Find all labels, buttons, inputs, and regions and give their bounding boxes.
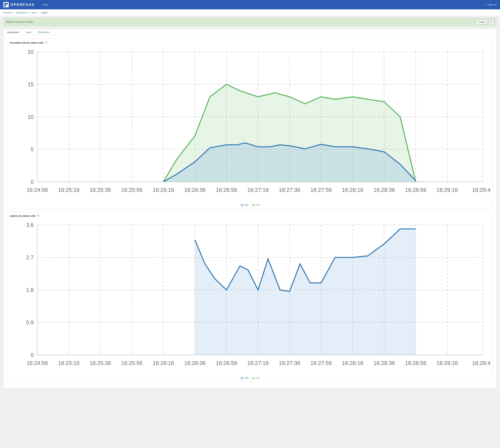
svg-text:16:24:56: 16:24:56 (27, 360, 48, 366)
svg-text:16:25:16: 16:25:16 (58, 187, 79, 193)
svg-text:16:29:46: 16:29:46 (472, 360, 490, 366)
svg-text:16:24:56: 16:24:56 (27, 187, 48, 193)
svg-text:16:26:16: 16:26:16 (153, 360, 174, 366)
svg-text:16:26:36: 16:26:36 (184, 360, 206, 366)
chart2-legend-200-label: 200 (245, 377, 248, 379)
chart2-legend-429: 429 (252, 377, 260, 379)
chart2-title: Latency by status code ? (10, 215, 490, 217)
svg-text:16:25:56: 16:25:56 (121, 187, 142, 193)
legend-200-dot (240, 205, 244, 205)
svg-text:16:27:56: 16:27:56 (310, 187, 332, 193)
interval-value: 5 min (478, 21, 484, 23)
svg-text:16:28:16: 16:28:16 (342, 187, 363, 193)
nav-home[interactable]: Home (40, 3, 51, 6)
breadcrumb-sep2: / (29, 11, 30, 14)
breadcrumb-functions[interactable]: functions (3, 11, 12, 14)
svg-text:16:28:36: 16:28:36 (373, 187, 395, 193)
svg-text:16:26:56: 16:26:56 (216, 187, 237, 193)
metrics-header-label: Metrics from your function (6, 20, 33, 23)
svg-text:16:27:36: 16:27:36 (279, 187, 300, 193)
interval-select[interactable]: 5 min ▾ (477, 20, 487, 24)
chart2-legend: 200 429 (10, 377, 490, 379)
svg-text:16:28:56: 16:28:56 (405, 360, 426, 366)
svg-text:16:27:16: 16:27:16 (247, 360, 269, 366)
breadcrumb-namespace[interactable]: openfaas-fn (16, 11, 27, 14)
tab-invocations[interactable]: Invocations (3, 29, 22, 35)
svg-text:16:26:36: 16:26:36 (184, 187, 206, 193)
svg-text:5: 5 (31, 146, 34, 152)
chart1-legend: 200 429 (10, 204, 490, 206)
breadcrumb-function[interactable]: sleep (31, 11, 36, 14)
chart-invocation-rate: Invocation rate by status code ? .grid-l… (7, 39, 493, 209)
tab-load[interactable]: Load (22, 29, 35, 35)
svg-text:16:28:16: 16:28:16 (342, 360, 363, 366)
svg-rect-0 (4, 3, 6, 4)
svg-text:0.9: 0.9 (26, 319, 34, 325)
metrics-header-controls: 5 min ▾ ↻ (477, 20, 494, 24)
legend-429-dot (252, 205, 255, 205)
brand-name: OPENFAAS (10, 2, 35, 7)
chart2-legend-200-dot (240, 378, 244, 378)
legend-429-label: 429 (256, 204, 260, 206)
tabs-content: Invocation rate by status code ? .grid-l… (3, 35, 497, 388)
svg-rect-2 (4, 5, 6, 6)
svg-text:20: 20 (28, 49, 34, 55)
chart2-legend-429-dot (252, 378, 255, 378)
chart1-svg: .grid-line { stroke: #ccc; stroke-dashar… (10, 47, 490, 202)
svg-text:16:26:56: 16:26:56 (216, 360, 237, 366)
chart1-help-icon[interactable]: ? (45, 41, 48, 44)
svg-text:15: 15 (28, 81, 34, 87)
svg-text:16:27:56: 16:27:56 (310, 360, 332, 366)
svg-text:1.8: 1.8 (26, 287, 34, 293)
chart2-legend-200: 200 (240, 377, 248, 379)
tab-resources[interactable]: Resources (35, 29, 53, 35)
main-content: Metrics from your function 5 min ▾ ↻ Inv… (0, 16, 500, 393)
chart-latency: Latency by status code ? (7, 212, 493, 382)
svg-text:10: 10 (28, 114, 34, 120)
brand: OPENFAAS (3, 2, 35, 7)
legend-200: 200 (240, 204, 248, 206)
chart2-container: 3.6 2.7 1.8 0.9 0 16:24:56 16:25:16 16:2… (10, 220, 490, 379)
svg-text:0: 0 (31, 352, 34, 358)
signout-link[interactable]: ↩ Sign out (485, 3, 497, 6)
refresh-icon: ↻ (490, 20, 492, 23)
svg-text:16:27:36: 16:27:36 (279, 360, 300, 366)
chevron-down-icon: ▾ (484, 21, 486, 23)
svg-text:0: 0 (31, 179, 34, 185)
svg-text:16:25:36: 16:25:36 (90, 187, 111, 193)
breadcrumb-sep3: / (38, 11, 39, 14)
svg-text:16:26:16: 16:26:16 (153, 187, 174, 193)
svg-text:2.7: 2.7 (26, 254, 34, 260)
svg-text:16:27:16: 16:27:16 (247, 187, 269, 193)
breadcrumb: functions / openfaas-fn / sleep / graphs (0, 9, 500, 16)
chart2-legend-429-label: 429 (256, 377, 260, 379)
chart2-help-icon[interactable]: ? (37, 215, 40, 217)
chart2-svg: 3.6 2.7 1.8 0.9 0 16:24:56 16:25:16 16:2… (10, 220, 490, 375)
navbar: OPENFAAS Home ↩ Sign out (0, 0, 500, 9)
signout-icon: ↩ (485, 3, 487, 6)
svg-text:16:29:16: 16:29:16 (437, 187, 458, 193)
breadcrumb-current: graphs (41, 11, 48, 14)
breadcrumb-sep1: / (14, 11, 15, 14)
refresh-button[interactable]: ↻ (489, 20, 494, 24)
svg-text:16:29:46: 16:29:46 (472, 187, 490, 193)
svg-rect-1 (6, 3, 8, 4)
svg-text:16:29:16: 16:29:16 (437, 360, 458, 366)
tabs-container: Invocations Load Resources Invocation ra… (3, 29, 497, 388)
logo-icon (3, 2, 9, 7)
nav-links: Home (40, 3, 51, 6)
chart1-title: Invocation rate by status code ? (10, 41, 490, 44)
svg-text:3.6: 3.6 (26, 222, 34, 228)
metrics-header: Metrics from your function 5 min ▾ ↻ (3, 17, 497, 26)
svg-text:16:25:16: 16:25:16 (58, 360, 79, 366)
svg-text:16:25:36: 16:25:36 (90, 360, 111, 366)
legend-200-label: 200 (245, 204, 248, 206)
svg-text:16:25:56: 16:25:56 (121, 360, 142, 366)
navbar-right: ↩ Sign out (485, 3, 497, 6)
svg-text:16:28:36: 16:28:36 (373, 360, 395, 366)
svg-text:16:28:56: 16:28:56 (405, 187, 426, 193)
svg-marker-87 (195, 229, 416, 355)
legend-429: 429 (252, 204, 260, 206)
tabs-header: Invocations Load Resources (3, 29, 497, 35)
signout-label: Sign out (488, 3, 497, 6)
